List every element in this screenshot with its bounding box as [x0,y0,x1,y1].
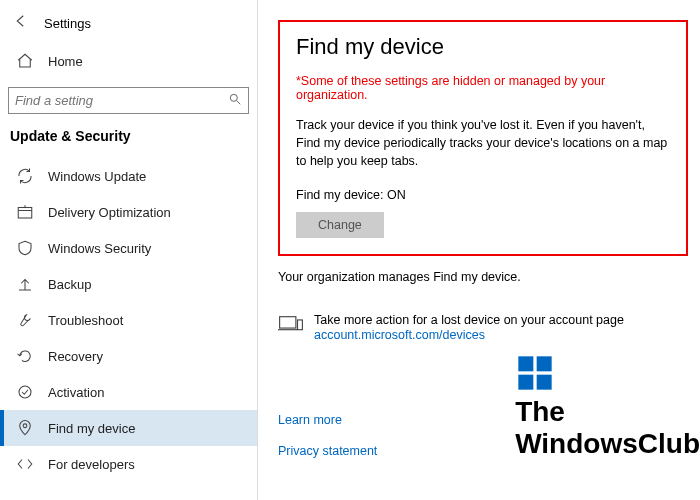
home-icon [16,52,34,70]
sidebar-item-delivery-optimization[interactable]: Delivery Optimization [0,194,257,230]
feature-status: Find my device: ON [296,188,670,202]
back-button[interactable] [8,12,34,35]
sidebar-item-backup[interactable]: Backup [0,266,257,302]
privacy-link[interactable]: Privacy statement [278,444,377,458]
sidebar-item-label: Windows Security [48,241,151,256]
delivery-icon [16,203,34,221]
sidebar-item-label: Home [48,54,83,69]
svg-rect-7 [537,356,552,371]
search-input[interactable] [8,87,249,114]
wrench-icon [16,311,34,329]
sidebar-item-label: For developers [48,457,135,472]
app-title: Settings [44,16,91,31]
sidebar-item-windows-update[interactable]: Windows Update [0,158,257,194]
category-header: Update & Security [0,122,257,154]
developers-icon [16,455,34,473]
sidebar-item-label: Find my device [48,421,135,436]
sidebar-item-find-my-device[interactable]: Find my device [0,410,257,446]
learn-more-link[interactable]: Learn more [278,413,342,427]
svg-rect-4 [280,317,296,328]
search-field[interactable] [15,93,228,108]
sidebar-item-label: Troubleshoot [48,313,123,328]
backup-icon [16,275,34,293]
sidebar-item-label: Windows Update [48,169,146,184]
svg-rect-6 [518,356,533,371]
org-manages-text: Your organization manages Find my device… [278,270,688,284]
location-icon [16,419,34,437]
sidebar-item-label: Backup [48,277,91,292]
svg-point-0 [230,94,237,101]
account-devices-link[interactable]: account.microsoft.com/devices [314,328,485,342]
sidebar-item-label: Recovery [48,349,103,364]
svg-rect-5 [298,320,303,330]
svg-rect-9 [537,375,552,390]
action-text: Take more action for a lost device on yo… [314,313,624,327]
sidebar-item-activation[interactable]: Activation [0,374,257,410]
sidebar-item-home[interactable]: Home [0,43,257,79]
svg-rect-8 [518,375,533,390]
org-warning-text: *Some of these settings are hidden or ma… [296,74,670,102]
highlighted-section: Find my device *Some of these settings a… [278,20,688,256]
svg-rect-1 [18,208,32,219]
sidebar-item-for-developers[interactable]: For developers [0,446,257,482]
sync-icon [16,167,34,185]
feature-description: Track your device if you think you've lo… [296,116,670,170]
svg-point-3 [23,424,27,428]
devices-icon [278,314,304,337]
sidebar-item-label: Activation [48,385,104,400]
svg-point-2 [19,386,31,398]
recovery-icon [16,347,34,365]
search-icon [228,92,242,109]
change-button[interactable]: Change [296,212,384,238]
activation-icon [16,383,34,401]
sidebar-item-recovery[interactable]: Recovery [0,338,257,374]
sidebar-item-windows-security[interactable]: Windows Security [0,230,257,266]
page-title: Find my device [296,34,670,60]
sidebar-item-troubleshoot[interactable]: Troubleshoot [0,302,257,338]
sidebar-item-label: Delivery Optimization [48,205,171,220]
shield-icon [16,239,34,257]
